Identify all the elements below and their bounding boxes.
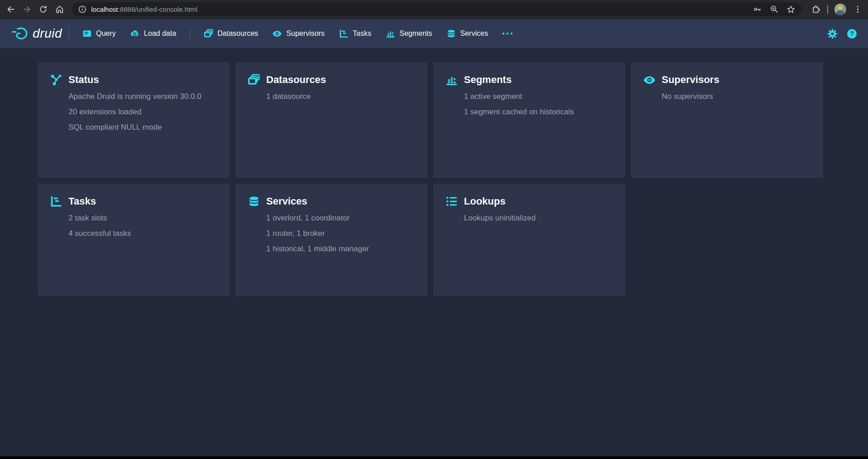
card-line: 4 successful tasks bbox=[68, 228, 217, 239]
tasks-card[interactable]: Tasks 2 task slots 4 successful tasks bbox=[38, 184, 230, 296]
card-line: SQL compliant NULL mode bbox=[68, 122, 217, 133]
lookups-card[interactable]: Lookups Lookups uninitialized bbox=[433, 184, 625, 296]
nav-item-datasources[interactable]: Datasources bbox=[197, 24, 266, 43]
svg-text:?: ? bbox=[850, 30, 854, 37]
more-menu-button[interactable] bbox=[495, 31, 520, 36]
help-button[interactable]: ? bbox=[847, 29, 857, 39]
home-cards-grid: Status Apache Druid is running version 3… bbox=[0, 48, 868, 310]
druid-logo[interactable]: druid bbox=[11, 26, 62, 41]
zoom-in-icon[interactable] bbox=[770, 5, 779, 14]
card-line: 1 segment cached on historicals bbox=[464, 107, 613, 117]
card-title: Segments bbox=[464, 74, 512, 86]
key-icon[interactable] bbox=[753, 5, 762, 14]
nav-item-load-data[interactable]: Load data bbox=[123, 24, 183, 43]
nav-item-label: Load data bbox=[144, 29, 176, 38]
card-line: 20 extensions loaded bbox=[68, 107, 217, 117]
info-icon[interactable] bbox=[78, 5, 87, 14]
toolbar-divider bbox=[827, 5, 828, 14]
card-title: Datasources bbox=[266, 74, 326, 86]
reload-icon[interactable] bbox=[38, 5, 48, 15]
card-title: Tasks bbox=[68, 195, 96, 207]
nav-item-tasks[interactable]: Tasks bbox=[332, 24, 379, 43]
datasources-icon bbox=[204, 29, 213, 38]
navbar-divider bbox=[68, 27, 69, 40]
back-icon[interactable] bbox=[5, 5, 15, 15]
cloud-upload-icon bbox=[130, 29, 139, 38]
screen-edge bbox=[0, 456, 868, 459]
nav-item-segments[interactable]: Segments bbox=[379, 24, 439, 43]
eye-icon bbox=[644, 74, 655, 86]
card-line: 1 active segment bbox=[464, 91, 613, 102]
status-card[interactable]: Status Apache Druid is running version 3… bbox=[38, 62, 230, 178]
help-icon: ? bbox=[847, 29, 857, 39]
services-card[interactable]: Services 1 overlord, 1 coordinator 1 rou… bbox=[235, 184, 428, 296]
graph-icon bbox=[50, 74, 62, 86]
gantt-icon bbox=[50, 195, 62, 207]
list-icon bbox=[446, 195, 458, 207]
profile-avatar[interactable] bbox=[834, 4, 846, 15]
star-icon[interactable] bbox=[786, 5, 795, 14]
datasources-card[interactable]: Datasources 1 datasource bbox=[235, 62, 428, 178]
nav-item-supervisors[interactable]: Supervisors bbox=[265, 24, 332, 43]
nav-item-label: Query bbox=[96, 29, 116, 38]
settings-button[interactable] bbox=[827, 29, 838, 39]
brand-wordmark: druid bbox=[33, 26, 62, 41]
card-title: Supervisors bbox=[662, 74, 719, 86]
nav-item-label: Segments bbox=[400, 29, 432, 38]
forward-icon[interactable] bbox=[22, 5, 32, 15]
nav-item-label: Datasources bbox=[218, 29, 258, 38]
browser-toolbar: localhost:8888/unified-console.html bbox=[0, 0, 868, 19]
card-line: 2 task slots bbox=[68, 213, 217, 224]
card-line: 1 datasource bbox=[266, 91, 415, 102]
nav-item-services[interactable]: Services bbox=[439, 24, 495, 43]
gantt-icon bbox=[339, 29, 348, 38]
card-title: Status bbox=[68, 74, 99, 86]
card-line: Apache Druid is running version 30.0.0 bbox=[68, 91, 217, 102]
nav-item-label: Supervisors bbox=[286, 29, 324, 38]
nav-item-label: Services bbox=[460, 29, 488, 38]
eye-icon bbox=[273, 29, 282, 38]
supervisors-card[interactable]: Supervisors No supervisors bbox=[631, 62, 823, 178]
gear-icon bbox=[827, 29, 838, 39]
query-icon bbox=[83, 29, 92, 38]
home-icon[interactable] bbox=[54, 5, 64, 15]
bar-chart-icon bbox=[446, 74, 458, 86]
druid-logo-icon bbox=[11, 26, 29, 41]
card-line: No supervisors bbox=[662, 91, 810, 102]
url-text: localhost:8888/unified-console.html bbox=[91, 5, 748, 13]
card-line: Lookups uninitialized bbox=[464, 213, 613, 224]
more-dots-icon bbox=[502, 31, 513, 36]
card-line: 1 router, 1 broker bbox=[266, 228, 415, 239]
nav-item-label: Tasks bbox=[353, 29, 371, 38]
card-line: 1 historical, 1 middle manager bbox=[266, 244, 415, 254]
bar-chart-icon bbox=[386, 29, 395, 38]
card-line: 1 overlord, 1 coordinator bbox=[266, 213, 415, 224]
extensions-icon[interactable] bbox=[811, 5, 821, 15]
card-title: Lookups bbox=[464, 195, 506, 207]
navbar-divider bbox=[190, 27, 190, 40]
nav-item-query[interactable]: Query bbox=[75, 24, 123, 43]
home-view: Status Apache Druid is running version 3… bbox=[0, 48, 868, 459]
segments-card[interactable]: Segments 1 active segment 1 segment cach… bbox=[433, 62, 625, 178]
datasources-icon bbox=[248, 74, 260, 86]
address-bar[interactable]: localhost:8888/unified-console.html bbox=[72, 2, 802, 16]
database-icon bbox=[248, 195, 260, 207]
druid-navbar: druid Query Load data Datasources Superv… bbox=[0, 19, 868, 48]
database-icon bbox=[447, 29, 456, 38]
kebab-menu-icon[interactable] bbox=[853, 5, 863, 15]
card-title: Services bbox=[266, 195, 307, 207]
